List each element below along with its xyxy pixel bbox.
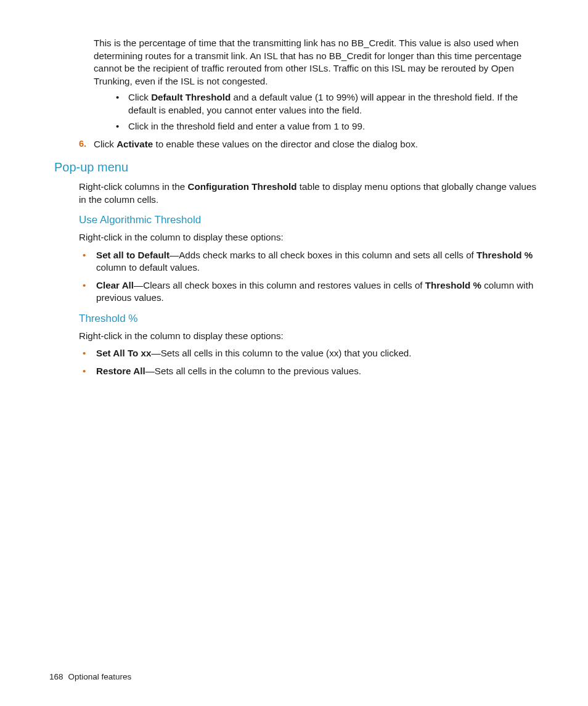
ua-paragraph: Right-click in the column to display the… [79, 231, 539, 244]
text: —Clears all check boxes in this column a… [134, 280, 425, 290]
text: Click in the threshold field and enter a… [128, 121, 365, 131]
ua-bullet-2: Clear All—Clears all check boxes in this… [79, 279, 539, 305]
text: to enable these values on the director a… [153, 139, 418, 149]
text: Right-click columns in the [79, 181, 187, 192]
intro-paragraph: This is the percentage of time that the … [94, 37, 539, 88]
ua-bullet-1: Set all to Default—Adds check marks to a… [79, 249, 539, 274]
bold: Set All To xx [96, 348, 151, 358]
text: Click [128, 92, 151, 102]
bold: Clear All [96, 280, 134, 290]
sub-bullets: Click Default Threshold and a default va… [113, 91, 539, 133]
th-bullet-2: Restore All—Sets all cells in the column… [79, 365, 539, 378]
footer-section: Optional features [68, 672, 132, 681]
bold: Configuration Threshold [187, 181, 296, 192]
step-number: 6. [79, 138, 86, 150]
text: —Sets all cells in the column to the pre… [145, 366, 361, 376]
th-paragraph: Right-click in the column to display the… [79, 330, 539, 343]
ua-bullets: Set all to Default—Adds check marks to a… [79, 249, 539, 305]
threshold-percent-heading: Threshold % [79, 312, 539, 326]
page-container: This is the percentage of time that the … [0, 0, 588, 706]
page-footer: 168Optional features [49, 672, 131, 681]
bold: Default Threshold [151, 92, 231, 102]
th-bullets: Set All To xx—Sets all cells in this col… [79, 347, 539, 377]
text: Click [94, 139, 116, 149]
th-bullet-1: Set All To xx—Sets all cells in this col… [79, 347, 539, 360]
bold: Restore All [96, 366, 145, 376]
use-algorithmic-threshold-heading: Use Algorithmic Threshold [79, 213, 539, 228]
bold: Activate [116, 139, 153, 149]
step-6: 6. Click Activate to enable these values… [79, 138, 539, 151]
sub-bullet-2: Click in the threshold field and enter a… [113, 120, 539, 133]
bold: Threshold % [476, 250, 533, 260]
text: —Adds check marks to all check boxes in … [169, 250, 476, 260]
popup-menu-heading: Pop-up menu [49, 159, 539, 176]
popup-menu-paragraph: Right-click columns in the Configuration… [79, 181, 539, 206]
bold: Threshold % [425, 280, 481, 290]
text: —Sets all cells in this column to the va… [151, 348, 411, 358]
content: This is the percentage of time that the … [49, 37, 539, 377]
bold: Set all to Default [96, 250, 169, 260]
sub-bullet-1: Click Default Threshold and a default va… [113, 91, 539, 117]
text: column to default values. [96, 262, 200, 273]
page-number: 168 [49, 672, 63, 681]
